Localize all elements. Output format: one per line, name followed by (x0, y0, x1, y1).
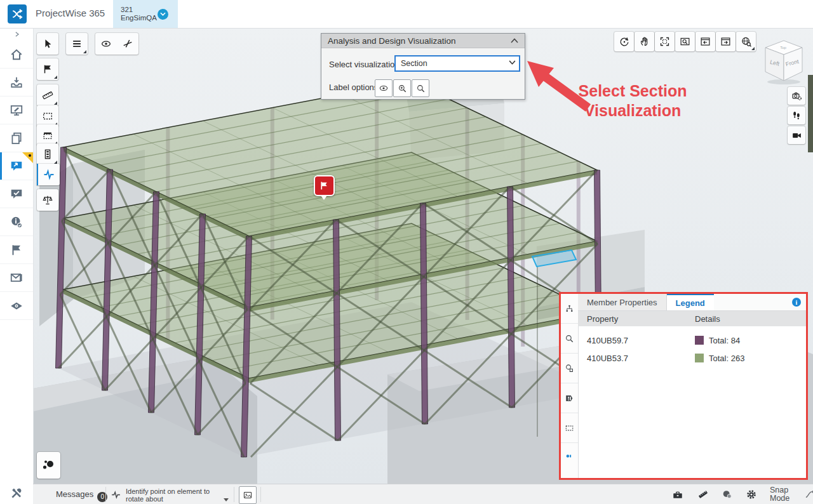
sidebar-item-markup[interactable] (0, 96, 33, 124)
sidebar-item-views[interactable] (0, 292, 33, 320)
chevron-down-icon (509, 60, 516, 65)
snap-mode-icon[interactable] (805, 489, 813, 500)
gear-icon (746, 489, 757, 500)
view-cube[interactable]: Top Left Front (760, 36, 808, 85)
show-labels-button[interactable] (375, 79, 393, 97)
column-details: Details (695, 314, 720, 324)
chat-arrow-icon (10, 159, 24, 173)
zoom-labels-in-button[interactable] (393, 79, 411, 97)
visualization-select-value: Section (401, 59, 427, 68)
cursor-icon (42, 38, 53, 50)
ruler-icon (42, 90, 53, 101)
sidebar-collapse-button[interactable] (0, 28, 33, 41)
image-icon (243, 490, 253, 500)
menu-tool-button[interactable] (66, 33, 88, 55)
section-box-button[interactable] (37, 105, 58, 127)
sidebar-item-review[interactable] (0, 152, 33, 180)
sidebar-item-documents[interactable] (0, 124, 33, 152)
column-property: Property (578, 314, 695, 324)
legend-row[interactable]: 410UB53.7 Total: 263 (578, 349, 806, 367)
properties-toggle-button[interactable] (561, 443, 578, 468)
clip-panel-button[interactable] (561, 413, 578, 443)
chevron-right-icon (14, 31, 20, 37)
eye-icon (379, 83, 389, 93)
snapshot-button[interactable] (239, 486, 257, 504)
measure-tool-button[interactable] (37, 84, 58, 106)
tab-legend[interactable]: Legend (667, 294, 714, 310)
animation-button[interactable] (788, 126, 805, 144)
visibility-icon (10, 299, 24, 313)
inbox-download-icon (10, 76, 24, 90)
legend-row[interactable]: 410UB59.7 Total: 84 (578, 331, 806, 349)
footprints-icon (791, 110, 802, 121)
show-hide-button[interactable] (95, 33, 117, 55)
annotation-line2: Visualization (565, 101, 700, 121)
legend-panel-sidebar (561, 294, 579, 478)
next-view-button[interactable] (716, 32, 736, 51)
prompt-dropdown-icon[interactable] (224, 498, 229, 501)
pan-button[interactable] (635, 32, 654, 51)
clip-volume-icon (42, 129, 53, 141)
snap-mode-label[interactable]: Snap Mode (770, 486, 789, 503)
compare-tool-button[interactable] (37, 189, 58, 211)
chevron-up-icon[interactable] (511, 38, 518, 43)
orbit-icon (619, 36, 630, 48)
messages-button[interactable]: Messages0 (56, 489, 107, 502)
visualization-select[interactable]: Section (394, 55, 520, 72)
sidebar-item-issues[interactable] (0, 236, 33, 264)
flag-icon (319, 180, 330, 191)
storey-tool-button[interactable] (37, 143, 58, 165)
orbit-button[interactable] (614, 32, 634, 51)
zoom-labels-out-button[interactable] (412, 79, 429, 97)
sidebar-item-open[interactable] (0, 69, 33, 96)
fit-view-button[interactable] (655, 32, 675, 51)
previous-view-button[interactable] (695, 32, 715, 51)
menu-icon (71, 38, 83, 50)
map-search-button[interactable] (736, 32, 756, 51)
measure-button[interactable] (697, 489, 709, 500)
zoom-window-icon (680, 36, 690, 47)
select-tool-button[interactable] (37, 33, 58, 55)
info-icon[interactable]: i (792, 298, 801, 307)
clip-volume-button[interactable] (37, 124, 58, 146)
home-icon (10, 48, 24, 62)
sidebar-item-home[interactable] (0, 41, 33, 69)
project-tab[interactable]: 321 EngSimQA (113, 0, 178, 28)
tab-dropdown-icon[interactable] (158, 9, 168, 20)
issues-panel-button[interactable] (561, 383, 578, 413)
project-tab-name: EngSimQA (121, 14, 158, 22)
shapes-panel-button[interactable] (561, 354, 578, 383)
sidebar-item-media[interactable] (0, 264, 33, 292)
sidebar-item-tools[interactable] (0, 482, 33, 504)
sidebar-item-approvals[interactable] (0, 180, 33, 208)
app-window: ProjectWise 365 321 EngSimQA (0, 0, 813, 504)
flag-marker[interactable] (314, 175, 335, 196)
toolbox-icon (672, 489, 683, 500)
visibility-tool-group (95, 33, 138, 55)
sidebar-item-info[interactable] (0, 208, 33, 236)
isolate-button[interactable] (117, 33, 138, 55)
camera-settings-button[interactable] (788, 87, 805, 105)
tree-icon (565, 304, 574, 314)
magnifier-icon (416, 84, 426, 93)
analysis-tool-button[interactable] (37, 164, 60, 185)
model-tree-button[interactable] (561, 294, 578, 324)
bottom-status-bar: Messages0 Identify point on element to r… (33, 484, 813, 504)
left-sidebar (0, 28, 34, 504)
render-sphere-icon (722, 489, 733, 500)
tab-member-properties[interactable]: Member Properties (578, 294, 667, 310)
view-next-icon (720, 36, 731, 47)
context-dots-button[interactable] (37, 452, 60, 479)
zoom-window-button[interactable] (675, 32, 695, 51)
flag-tool-button[interactable] (37, 58, 58, 80)
search-panel-button[interactable] (561, 324, 578, 354)
panel-header[interactable]: Analysis and Design Visualization (321, 34, 525, 48)
chat-check-icon (10, 187, 24, 201)
render-mode-button[interactable] (722, 489, 733, 500)
toolbox-button[interactable] (672, 489, 683, 500)
settings-button[interactable] (746, 489, 757, 500)
legend-panel-content: Member Properties Legend i Property Deta… (578, 294, 806, 478)
walk-mode-button[interactable] (788, 107, 805, 124)
view-previous-icon (700, 36, 711, 47)
marquee-icon (565, 423, 574, 433)
